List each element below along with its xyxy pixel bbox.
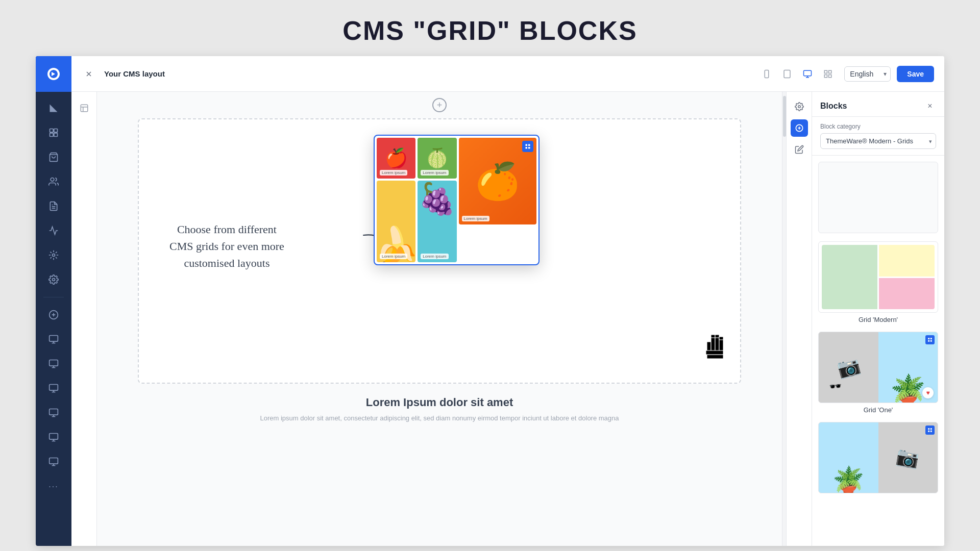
grid-icon-badge — [522, 141, 533, 152]
block-preview-modern-img[interactable] — [818, 241, 938, 313]
plant2-decor: 🪴 — [832, 465, 864, 493]
sidebar-item-store1[interactable] — [42, 328, 65, 350]
blocks-category-section: Block category ThemeWare® Modern - Grids… — [812, 117, 944, 156]
layout-title: Your CMS layout — [104, 69, 750, 78]
grid-cell-lime: 🍈 Lorem ipsum — [418, 138, 456, 179]
svg-rect-51 — [715, 337, 719, 357]
category-select-wrapper: ThemeWare® Modern - Grids ThemeWare® Mod… — [820, 133, 936, 149]
settings-gear-button[interactable] — [791, 98, 808, 115]
grid-one-badge — [925, 335, 935, 344]
svg-rect-47 — [528, 147, 530, 149]
sidebar-item-shop[interactable] — [42, 146, 65, 168]
svg-rect-40 — [829, 74, 831, 77]
plant-decor: 🪴 — [890, 373, 926, 403]
blocks-add-button[interactable] — [791, 119, 808, 137]
block-preview-empty — [818, 162, 938, 233]
store6-icon — [48, 457, 59, 467]
logo-icon — [45, 66, 62, 82]
sidebar-nav: ... — [42, 92, 65, 546]
category-select[interactable]: ThemeWare® Modern - Grids ThemeWare® Mod… — [820, 133, 936, 149]
svg-rect-17 — [50, 385, 58, 391]
blocks-panel-close-button[interactable]: × — [924, 100, 936, 112]
grid-popup-inner: 🍎 Lorem ipsum 🍈 Lorem ipsum — [375, 136, 538, 264]
sidebar-divider — [43, 297, 64, 297]
grid-cell-apple: 🍎 Lorem ipsum — [377, 138, 415, 179]
mobile-device-button[interactable] — [758, 66, 775, 82]
sidebar: ... — [36, 56, 71, 546]
shop-icon — [48, 152, 59, 162]
main-container: ... Your CMS layout — [36, 56, 944, 546]
scrollbar-thumb[interactable] — [783, 96, 786, 137]
sidebar-item-settings[interactable] — [42, 268, 65, 291]
sidebar-more[interactable]: ... — [48, 475, 58, 494]
svg-rect-63 — [930, 338, 932, 339]
svg-point-6 — [53, 254, 55, 257]
blocks-panel-header: Blocks × — [812, 92, 944, 117]
editor-scrollbar[interactable] — [782, 92, 786, 546]
layout-toggle-button[interactable] — [76, 100, 92, 116]
sidebar-item-store3[interactable] — [42, 377, 65, 399]
heart-badge[interactable]: ♥ — [922, 387, 934, 398]
svg-point-58 — [798, 106, 800, 108]
block-preview-modern-label: Grid 'Modern' — [818, 316, 938, 323]
marketing-icon — [48, 226, 59, 236]
layout-strip — [71, 92, 97, 546]
lorem-body: Lorem ipsum dolor sit amet, consectetur … — [179, 413, 700, 424]
device-switcher — [758, 66, 836, 82]
page-title: CMS "GRID" BLOCKS — [0, 15, 980, 46]
sidebar-item-store5[interactable] — [42, 426, 65, 448]
svg-rect-39 — [829, 70, 831, 73]
svg-rect-2 — [50, 133, 54, 137]
save-button[interactable]: Save — [897, 66, 934, 82]
orange-emoji: 🍊 — [475, 160, 520, 202]
svg-rect-45 — [526, 144, 528, 146]
pages-icon — [48, 128, 59, 138]
store1-icon — [48, 334, 59, 344]
camera2-decor: 📷 — [895, 445, 921, 470]
language-select[interactable]: English German French — [844, 66, 891, 82]
camera-decor: 📷 — [835, 354, 862, 381]
block-preview-empty-img[interactable] — [818, 162, 938, 233]
sidebar-item-store6[interactable] — [42, 450, 65, 473]
svg-rect-1 — [54, 129, 58, 133]
grid-device-button[interactable] — [820, 66, 836, 82]
topbar-right: English German French Save — [844, 66, 934, 82]
block-preview-third: 🪴 📷 — [818, 422, 938, 493]
blocks-list: Grid 'Modern' 📷 🕶️ 🪴 — [812, 156, 944, 546]
desktop-device-button[interactable] — [799, 66, 816, 82]
close-button[interactable] — [82, 67, 96, 81]
edit-icon — [795, 145, 804, 154]
svg-rect-38 — [825, 70, 827, 73]
svg-rect-20 — [50, 409, 58, 415]
sidebar-item-add[interactable] — [42, 304, 65, 326]
lime-lorem-badge: Lorem ipsum — [421, 170, 448, 176]
svg-rect-23 — [50, 434, 58, 440]
add-section-button[interactable]: + — [432, 98, 447, 112]
sidebar-item-store2[interactable] — [42, 353, 65, 375]
sidebar-logo[interactable] — [36, 56, 71, 92]
edit-button[interactable] — [791, 141, 808, 158]
sidebar-item-content[interactable] — [42, 195, 65, 217]
blocks-panel: Blocks × Block category ThemeWare® Moder… — [812, 92, 944, 546]
sidebar-item-users[interactable] — [42, 170, 65, 193]
settings-icon — [48, 274, 59, 285]
sidebar-item-analytics[interactable] — [42, 97, 65, 119]
block-preview-one-img[interactable]: 📷 🕶️ 🪴 ♥ — [818, 332, 938, 403]
tablet-device-button[interactable] — [779, 66, 795, 82]
svg-rect-66 — [928, 428, 929, 430]
sidebar-item-marketing[interactable] — [42, 219, 65, 242]
block-preview-third-img[interactable]: 🪴 📷 — [818, 422, 938, 493]
sidebar-item-store4[interactable] — [42, 402, 65, 424]
svg-rect-46 — [528, 144, 530, 146]
users-icon — [48, 177, 59, 187]
grapes-lorem-badge: Lorem ipsum — [421, 254, 448, 259]
sidebar-item-pages[interactable] — [42, 121, 65, 144]
svg-rect-52 — [719, 339, 723, 357]
language-selector-wrapper: English German French — [844, 66, 891, 82]
content-icon — [48, 201, 59, 211]
sidebar-item-integrations[interactable] — [42, 244, 65, 266]
cursor-overlay — [699, 327, 730, 362]
svg-rect-57 — [719, 337, 723, 340]
svg-rect-54 — [706, 350, 723, 355]
store2-icon — [48, 359, 59, 369]
